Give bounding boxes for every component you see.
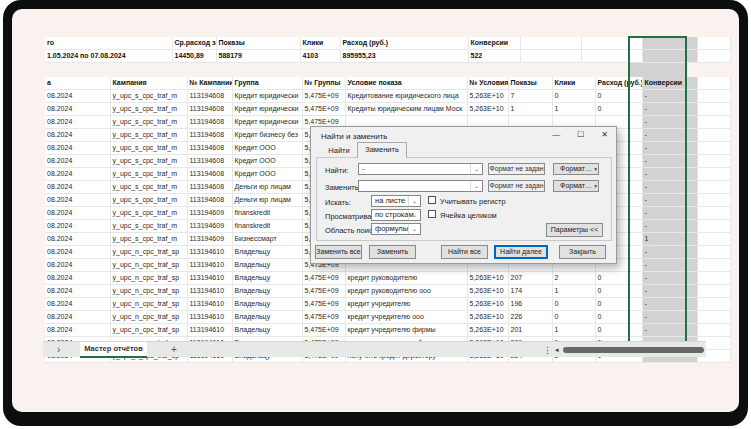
cell[interactable]: - bbox=[642, 324, 697, 337]
column-header[interactable] bbox=[697, 77, 730, 90]
cell[interactable]: 113194610 bbox=[187, 311, 232, 324]
cell[interactable]: 5,475E+09 bbox=[302, 90, 345, 103]
column-header[interactable]: Конверсии bbox=[642, 77, 697, 90]
cell[interactable]: 5,263E+10 bbox=[467, 285, 508, 298]
cell[interactable]: y_upc_s_cpc_traf_m bbox=[110, 168, 187, 181]
options-button[interactable]: Параметры << bbox=[546, 223, 603, 237]
cell[interactable]: 0 bbox=[595, 311, 642, 324]
cell[interactable]: - bbox=[642, 298, 697, 311]
cell[interactable]: y_upc_s_cpc_traf_m bbox=[110, 129, 187, 142]
cell[interactable]: finanskredit bbox=[232, 207, 302, 220]
cell[interactable] bbox=[520, 37, 581, 50]
cell[interactable] bbox=[697, 246, 730, 259]
cell[interactable] bbox=[697, 168, 730, 181]
cell[interactable]: Клики bbox=[300, 37, 340, 50]
cell[interactable] bbox=[581, 50, 642, 63]
cell[interactable]: 522 bbox=[468, 50, 520, 63]
cell[interactable]: Бизнессмарт bbox=[232, 233, 302, 246]
cell[interactable]: - bbox=[642, 220, 697, 233]
cell[interactable]: y_upc_s_cpc_traf_m bbox=[110, 181, 187, 194]
cell[interactable]: 08.2024 bbox=[45, 220, 110, 233]
close-icon[interactable]: ✕ bbox=[601, 130, 608, 139]
cell[interactable]: - bbox=[642, 103, 697, 116]
cell[interactable]: 5,475E+09 bbox=[302, 324, 345, 337]
cell[interactable]: Кредитование юридического лица bbox=[345, 90, 467, 103]
cell[interactable]: y_upc_n_cpc_traf_sp bbox=[110, 285, 187, 298]
cell[interactable]: 5,263E+10 bbox=[467, 90, 508, 103]
cell[interactable] bbox=[697, 259, 730, 272]
cell[interactable]: 895955,23 bbox=[340, 50, 468, 63]
replace-format-button[interactable]: Формат… ▾ bbox=[553, 180, 599, 192]
cell[interactable]: Кредит юридически bbox=[232, 103, 302, 116]
cell[interactable] bbox=[697, 90, 730, 103]
cell[interactable]: 113194610 bbox=[187, 259, 232, 272]
cell[interactable]: Кредит ООО bbox=[232, 155, 302, 168]
cell[interactable]: 08.2024 bbox=[45, 246, 110, 259]
cell[interactable]: 08.2024 bbox=[45, 103, 110, 116]
cell[interactable] bbox=[697, 155, 730, 168]
cell[interactable]: 174 bbox=[508, 285, 552, 298]
cell[interactable]: 08.2024 bbox=[45, 129, 110, 142]
cell[interactable]: кредит учредителю ооо bbox=[345, 311, 467, 324]
scrollbar-splitter-icon[interactable]: ⋮ bbox=[543, 343, 552, 357]
cell[interactable]: Показы bbox=[216, 37, 300, 50]
cell[interactable]: 08.2024 bbox=[45, 298, 110, 311]
cell[interactable]: 113194610 bbox=[187, 298, 232, 311]
cell[interactable]: 08.2024 bbox=[45, 259, 110, 272]
column-header[interactable]: № Группы bbox=[302, 77, 345, 90]
column-header[interactable]: № Кампании bbox=[187, 77, 232, 90]
cell[interactable]: 201 bbox=[508, 324, 552, 337]
dropdown-arrow-icon[interactable]: ⌄ bbox=[470, 164, 482, 174]
cell[interactable]: 226 bbox=[508, 311, 552, 324]
cell[interactable]: Кредиты юридическим лицам Моск bbox=[345, 103, 467, 116]
cell[interactable]: - bbox=[642, 168, 697, 181]
tab-replace[interactable]: Заменить bbox=[357, 142, 407, 158]
cell[interactable]: Конверсии bbox=[468, 37, 520, 50]
cell[interactable]: 5,475E+09 bbox=[302, 103, 345, 116]
cell[interactable]: y_upc_n_cpc_traf_sp bbox=[110, 324, 187, 337]
cell[interactable]: 5,263E+10 bbox=[467, 272, 508, 285]
cell[interactable] bbox=[697, 324, 730, 337]
cell[interactable]: 08.2024 bbox=[45, 194, 110, 207]
cell[interactable]: 2 bbox=[552, 272, 595, 285]
cell[interactable]: 0 bbox=[595, 298, 642, 311]
column-header[interactable]: Клики bbox=[552, 77, 595, 90]
cell[interactable] bbox=[697, 272, 730, 285]
cell[interactable]: 08.2024 bbox=[45, 142, 110, 155]
cell[interactable]: 08.2024 bbox=[45, 311, 110, 324]
cell[interactable]: 08.2024 bbox=[45, 90, 110, 103]
dropdown-arrow-icon[interactable]: ⌄ bbox=[470, 181, 482, 191]
cell[interactable]: y_upc_s_cpc_traf_m bbox=[110, 116, 187, 129]
close-button[interactable]: Закрыть bbox=[559, 245, 606, 259]
cell[interactable]: y_upc_s_cpc_traf_m bbox=[110, 142, 187, 155]
cell[interactable]: 588179 bbox=[216, 50, 300, 63]
minimize-icon[interactable]: — bbox=[552, 130, 560, 139]
cell[interactable]: 1 bbox=[642, 233, 697, 246]
scope-select[interactable]: формулы ⌄ bbox=[371, 223, 421, 235]
cell[interactable]: y_upc_n_cpc_traf_sp bbox=[110, 272, 187, 285]
cell[interactable]: 4103 bbox=[300, 50, 340, 63]
tab-find[interactable]: Найти bbox=[321, 144, 357, 158]
cell[interactable]: 1.05.2024 по 07.08.2024 bbox=[45, 50, 172, 63]
cell[interactable]: 0 bbox=[552, 90, 595, 103]
cell[interactable]: 08.2024 bbox=[45, 233, 110, 246]
cell[interactable]: 5,263E+10 bbox=[467, 311, 508, 324]
whole-cell-label[interactable]: Ячейка целиком bbox=[440, 211, 497, 220]
cell[interactable]: 113194608 bbox=[187, 103, 232, 116]
cell[interactable]: - bbox=[642, 155, 697, 168]
cell[interactable]: y_upc_n_cpc_traf_sp bbox=[110, 246, 187, 259]
cell[interactable]: 5,263E+10 bbox=[467, 298, 508, 311]
column-header[interactable]: Кампания bbox=[110, 77, 187, 90]
cell[interactable]: 113194610 bbox=[187, 324, 232, 337]
cell[interactable]: 113194608 bbox=[187, 142, 232, 155]
cell[interactable]: 08.2024 bbox=[45, 168, 110, 181]
cell[interactable]: 113194610 bbox=[187, 246, 232, 259]
cell[interactable]: - bbox=[642, 207, 697, 220]
cell[interactable]: Владельцу bbox=[232, 272, 302, 285]
cell[interactable]: 207 bbox=[508, 272, 552, 285]
cell[interactable]: 1 bbox=[508, 103, 552, 116]
cell[interactable] bbox=[642, 37, 697, 50]
cell[interactable]: - bbox=[642, 285, 697, 298]
cell[interactable]: 0 bbox=[552, 298, 595, 311]
cell[interactable]: y_upc_s_cpc_traf_m bbox=[110, 90, 187, 103]
